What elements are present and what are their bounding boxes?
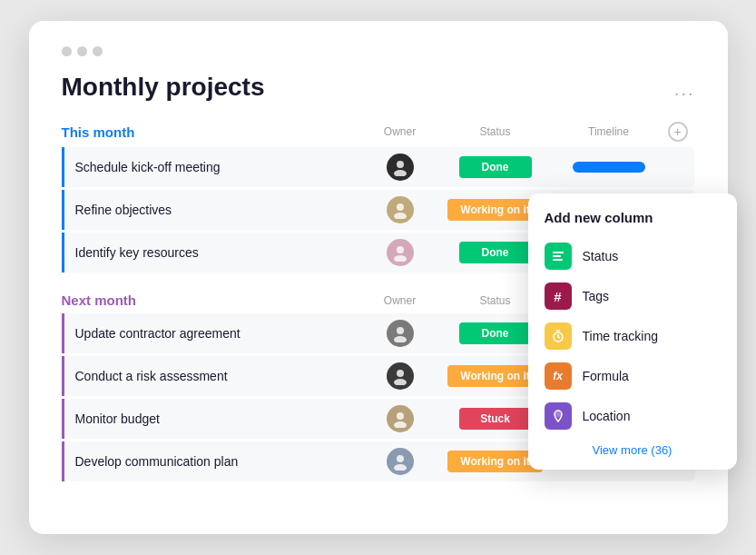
page-title: Monthly projects xyxy=(62,73,695,102)
svg-point-6 xyxy=(397,327,404,334)
status-badge: Done xyxy=(459,322,532,344)
task-name: Schedule kick-off meeting xyxy=(64,160,359,174)
next-month-owner-col-label: Owner xyxy=(359,294,441,307)
avatar xyxy=(387,239,414,266)
owner-cell xyxy=(359,154,441,181)
location-icon xyxy=(545,402,572,430)
dropdown-item-formula[interactable]: fx Formula xyxy=(528,356,737,396)
avatar xyxy=(387,448,414,475)
dropdown-title: Add new column xyxy=(528,210,737,236)
svg-point-7 xyxy=(394,336,407,342)
dropdown-item-label: Location xyxy=(583,409,631,423)
owner-cell xyxy=(359,448,441,475)
dot-2 xyxy=(77,46,87,56)
svg-point-4 xyxy=(397,246,404,253)
owner-cell xyxy=(359,196,441,223)
dropdown-item-label: Tags xyxy=(583,289,610,303)
dropdown-item-label: Status xyxy=(583,249,619,263)
add-column-button-top[interactable]: + xyxy=(668,122,688,142)
avatar xyxy=(387,362,414,390)
timeline-cell xyxy=(550,162,668,173)
svg-rect-14 xyxy=(553,252,564,253)
next-month-title: Next month xyxy=(62,292,137,308)
owner-cell xyxy=(359,239,441,266)
this-month-owner-col-label: Owner xyxy=(359,125,441,138)
svg-point-10 xyxy=(397,412,404,420)
svg-point-8 xyxy=(397,370,404,377)
avatar xyxy=(387,196,414,223)
avatar xyxy=(387,320,414,347)
svg-point-1 xyxy=(394,170,407,176)
main-window: Monthly projects ··· This month Owner St… xyxy=(29,21,728,534)
formula-icon: fx xyxy=(545,362,572,390)
task-name: Update contractor agreement xyxy=(64,326,359,341)
dropdown-item-time-tracking[interactable]: Time tracking xyxy=(528,316,737,356)
owner-cell xyxy=(359,362,441,390)
status-badge: Done xyxy=(459,156,532,178)
task-name: Identify key resources xyxy=(64,245,359,260)
dropdown-item-status[interactable]: Status xyxy=(528,236,737,276)
svg-point-11 xyxy=(394,421,407,428)
dot-1 xyxy=(62,46,72,56)
status-cell: Done xyxy=(441,156,550,178)
time-tracking-icon xyxy=(545,322,572,350)
status-badge: Stuck xyxy=(459,408,532,430)
svg-rect-16 xyxy=(553,259,563,261)
svg-line-19 xyxy=(558,337,560,338)
task-row: Schedule kick-off meeting Done xyxy=(62,147,695,187)
task-name: Develop communication plan xyxy=(64,454,359,469)
dot-3 xyxy=(93,46,103,56)
avatar xyxy=(387,405,414,432)
add-column-dropdown: Add new column Status # Tags Time tracki… xyxy=(528,193,737,470)
window-controls xyxy=(62,46,695,56)
this-month-title: This month xyxy=(62,124,135,140)
view-more-link[interactable]: View more (36) xyxy=(528,436,737,461)
task-name: Monitor budget xyxy=(64,411,359,426)
svg-point-21 xyxy=(555,412,560,417)
svg-point-13 xyxy=(394,464,407,471)
svg-point-5 xyxy=(394,255,407,262)
this-month-status-col-label: Status xyxy=(441,125,550,138)
tags-icon: # xyxy=(545,282,572,310)
svg-point-12 xyxy=(397,455,404,462)
svg-point-9 xyxy=(394,379,407,385)
owner-cell xyxy=(359,405,441,432)
svg-point-3 xyxy=(394,213,407,219)
task-name: Refine objectives xyxy=(64,203,359,217)
dropdown-item-label: Formula xyxy=(583,369,629,383)
this-month-timeline-col-label: Timeline xyxy=(550,125,668,138)
task-name: Conduct a risk assessment xyxy=(64,369,359,383)
dropdown-item-tags[interactable]: # Tags xyxy=(528,276,737,316)
this-month-header: This month Owner Status Timeline + xyxy=(62,122,695,142)
avatar xyxy=(387,154,414,181)
svg-rect-15 xyxy=(553,255,561,257)
dropdown-item-label: Time tracking xyxy=(583,329,659,343)
svg-point-0 xyxy=(397,161,404,168)
status-badge: Done xyxy=(459,242,532,263)
more-options-button[interactable]: ··· xyxy=(674,83,695,104)
svg-point-2 xyxy=(397,203,404,211)
status-icon xyxy=(545,243,572,270)
dropdown-item-location[interactable]: Location xyxy=(528,396,737,436)
timeline-bar xyxy=(573,162,645,173)
owner-cell xyxy=(359,320,441,347)
